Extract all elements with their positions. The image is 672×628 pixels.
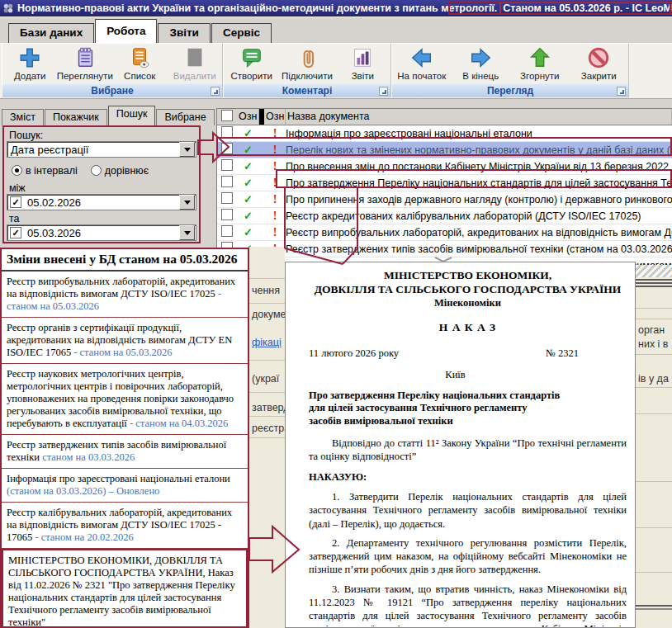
check-icon: ✓ <box>237 144 259 156</box>
left-tab-favorites[interactable]: Вибране <box>156 109 214 125</box>
dialog-launcher-icon[interactable] <box>617 87 626 96</box>
toolbar-button-to-start[interactable]: На початок <box>392 45 452 81</box>
arrow-left-icon <box>409 45 434 70</box>
checked-checkbox-icon[interactable]: ✓ <box>10 227 21 238</box>
menu-tab-service[interactable]: Сервіс <box>211 23 272 43</box>
change-entry[interactable]: Реєстр калібрувальних лабораторій, акред… <box>2 503 248 549</box>
check-icon: ✓ <box>237 160 259 172</box>
column-header-title[interactable]: Назва документа <box>286 109 672 125</box>
toolbar-group-caption-label: Вибране <box>91 85 133 97</box>
text-fragment: докуме <box>252 309 285 320</box>
row-checkbox[interactable] <box>221 225 233 237</box>
date-to-value: 05.03.2026 <box>24 227 179 239</box>
left-tab-contents[interactable]: Зміст <box>2 109 44 125</box>
select-all-checkbox[interactable] <box>221 110 233 121</box>
table-row[interactable]: ✓ ! Про припинення заходів державного на… <box>217 191 672 208</box>
document-subject-line: Про затвердження Переліку національних с… <box>309 390 627 403</box>
chevron-down-icon[interactable] <box>179 142 195 157</box>
toolbar-button-create[interactable]: Створити <box>230 45 272 81</box>
text-fragment: (украї <box>252 373 279 385</box>
row-checkbox[interactable] <box>221 143 233 154</box>
toolbar-button-delete[interactable]: Видалити <box>168 45 223 81</box>
table-row[interactable]: ✓ ! Реєстр акредитованих калібрувальних … <box>217 208 672 224</box>
window-title: Нормативно-правові акти України та орган… <box>17 2 497 14</box>
menu-tab-databases[interactable]: Бази даних <box>8 23 94 43</box>
toolbar-button-list[interactable]: Список <box>112 45 168 81</box>
left-pane-tabs: ЗмістПокажчикПошукВибране <box>2 107 218 125</box>
exclamation-icon: ! <box>264 177 286 190</box>
change-entry[interactable]: МІНІСТЕРСТВО ЕКОНОМІКИ, ДОВКІЛЛЯ ТА СІЛЬ… <box>2 549 248 628</box>
row-checkbox[interactable] <box>221 176 233 187</box>
document-paragraph: 3. Визнати таким, що втратив чинність, н… <box>309 583 627 628</box>
check-icon: ✓ <box>237 177 259 189</box>
documents-table: Озн Озн Назва документа ✓ ! Інформація п… <box>216 108 672 265</box>
toolbar-button-collapse[interactable]: Згорнути <box>510 45 570 81</box>
change-entry[interactable]: Реєстр органів з сертифікації продукції,… <box>2 318 248 364</box>
exclamation-icon: ! <box>264 210 286 223</box>
row-checkbox[interactable] <box>221 209 233 220</box>
left-tab-index[interactable]: Покажчик <box>45 109 107 125</box>
toolbar-button-view[interactable]: Переглянути <box>58 45 113 81</box>
app-icon <box>2 2 14 14</box>
table-row[interactable]: ✓ ! Інформація про зареєстровані націона… <box>217 125 672 142</box>
search-field-value: Дата реєстрації <box>7 144 179 156</box>
radio-interval[interactable]: в інтервалі <box>12 165 78 177</box>
left-tab-search[interactable]: Пошук <box>108 106 156 125</box>
chevron-down-icon[interactable] <box>179 225 195 240</box>
date-to-combobox[interactable]: ✓ 05.03.2026 <box>7 224 196 241</box>
toolbar-button-to-end[interactable]: В кінець <box>452 45 511 81</box>
toolbar-button-attach[interactable]: Підключити <box>286 45 329 81</box>
text-fragment: орган <box>638 324 665 336</box>
document-title: Інформація про зареєстровані національні… <box>286 128 672 139</box>
exclamation-icon: ! <box>264 160 286 173</box>
toolbar-button-close[interactable]: Закрити <box>570 45 629 81</box>
document-title: Про внесення змін до постанови Кабінету … <box>286 161 672 172</box>
text-fragment: чення <box>252 285 280 296</box>
dialog-launcher-icon[interactable] <box>211 87 220 96</box>
background-form-left-strip: ченнядокумефікаці(україзатвердреєстра <box>249 247 285 628</box>
change-entry[interactable]: Інформація про зареєстровані національні… <box>2 469 248 503</box>
change-entry[interactable]: Реєстр наукових метрологічних центрів, м… <box>2 364 248 435</box>
row-checkbox[interactable] <box>221 192 233 204</box>
toolbar-button-reports[interactable]: Звіти <box>342 45 384 81</box>
link-fragment[interactable]: фікаці <box>252 337 282 348</box>
add-plus-icon <box>17 45 42 70</box>
change-entry[interactable]: Реєстр випробувальних лабораторій, акред… <box>2 272 248 318</box>
checked-checkbox-icon[interactable]: ✓ <box>10 196 21 208</box>
row-checkbox[interactable] <box>221 126 233 138</box>
menu-tab-work[interactable]: Робота <box>95 19 157 43</box>
radio-off-icon <box>91 165 102 176</box>
table-row[interactable]: ✓ ! Реєстр випробувальних лабораторій, а… <box>217 224 672 241</box>
search-field-combobox[interactable]: Дата реєстрації <box>7 141 196 158</box>
menu-tab-reports[interactable]: Звіти <box>158 23 210 43</box>
no-entry-icon <box>586 45 611 70</box>
document-body: 1. Затвердити Перелік національних станд… <box>309 490 627 628</box>
menu-bar: Бази данихРоботаЗвітиСервіс <box>0 17 672 43</box>
table-row[interactable]: ✓ ! Про внесення змін до постанови Кабін… <box>217 158 672 175</box>
paperclip-icon <box>295 45 319 70</box>
dialog-launcher-icon[interactable] <box>379 87 388 96</box>
chevron-down-icon[interactable] <box>179 195 195 210</box>
exclamation-icon: ! <box>264 226 286 239</box>
column-header-check2[interactable]: Озн <box>264 109 286 125</box>
radio-on-icon <box>12 165 22 176</box>
table-row[interactable]: ✓ ! Перелік нових та змінених нормативно… <box>217 142 672 158</box>
document-title: Реєстр акредитованих калібрувальних лабо… <box>286 210 672 222</box>
text-fragment: затверд <box>252 402 285 413</box>
window-title-date-highlight: Станом на 05.03.2026 р. - ІС LeoMETR 4..… <box>500 2 672 14</box>
document-subject-line: засобів вимірювальної техніки <box>309 415 627 428</box>
radio-equals[interactable]: дорівнює <box>91 165 149 177</box>
document-subject-line: для цілей застосування Технічного реглам… <box>309 402 627 415</box>
toolbar-button-add[interactable]: Додати <box>2 45 58 81</box>
table-row[interactable]: ✓ ! Про затвердження Переліку національн… <box>217 175 672 191</box>
ministry-name-line1: МІНІСТЕРСТВО ЕКОНОМІКИ, <box>309 269 627 283</box>
changes-panel-title: Зміни внесені у БД станом на 05.03.2026 <box>2 249 248 272</box>
table-body: ✓ ! Інформація про зареєстровані націона… <box>217 125 672 274</box>
change-entry[interactable]: Реєстр затверджених типів засобів вимірю… <box>2 435 248 469</box>
changes-panel: Зміни внесені у БД станом на 05.03.2026 … <box>0 248 249 628</box>
column-header-check1[interactable]: Озн <box>237 109 259 125</box>
title-bar: Нормативно-правові акти України та орган… <box>0 0 672 17</box>
table-row[interactable]: ✓ ! Реєстр затверджених типів засобів ви… <box>217 241 672 257</box>
row-checkbox[interactable] <box>221 159 233 171</box>
date-from-combobox[interactable]: ✓ 05.02.2026 <box>7 194 196 210</box>
